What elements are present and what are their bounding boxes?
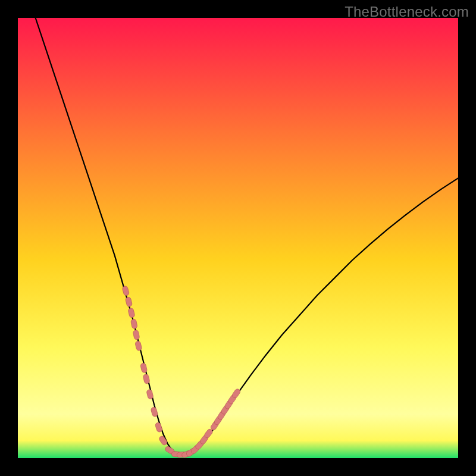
plot-area <box>18 18 458 458</box>
watermark-text: TheBottleneck.com <box>345 4 469 20</box>
chart-frame: TheBottleneck.com <box>0 0 476 476</box>
bottleneck-chart <box>18 18 458 458</box>
